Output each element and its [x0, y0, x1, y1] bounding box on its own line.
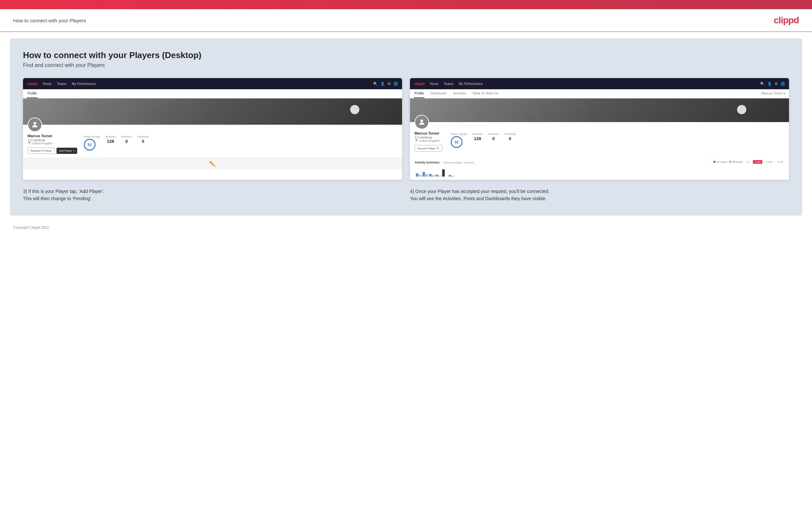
profile-section-2: Marcus Turner 1-5 Handicap 📍 United King… [410, 115, 789, 156]
search-icon-2[interactable]: 🔍 [760, 82, 765, 86]
profile-info-row-1: Marcus Turner 1-5 Handicap 📍 United King… [28, 134, 398, 154]
following-stat-2: Following 0 [505, 132, 516, 141]
settings-icon-1[interactable]: ⚙ [388, 82, 391, 86]
nav-home-1[interactable]: Home [43, 82, 52, 86]
time-btn-1yr[interactable]: 1 yr [745, 160, 751, 164]
tab-profile-1[interactable]: Profile [27, 89, 38, 98]
chart-bar [449, 175, 451, 177]
nav-icons-2: 🔍 👤 ⚙ 🌐 [760, 82, 785, 86]
nav-teams-2[interactable]: Teams [444, 82, 453, 86]
time-btn-1mth[interactable]: 1 mth [776, 160, 784, 164]
chart-bar-group-3 [429, 174, 435, 177]
player-name-1: Marcus Turner [28, 134, 77, 138]
tab-marcus-turner[interactable]: Marcus Turner ▾ [761, 89, 785, 98]
profile-left-1: Marcus Turner 1-5 Handicap 📍 United King… [28, 134, 77, 154]
screenshot-1: clippd Home Teams My Performance 🔍 👤 ⚙ 🌐… [23, 78, 402, 180]
tab-activities-2[interactable]: Activities [452, 89, 466, 98]
globe-icon-2[interactable]: 🌐 [780, 82, 785, 86]
app-subtabs-1: Profile [23, 89, 402, 99]
legend-off-course: Off course [729, 161, 743, 163]
tab-profile-2[interactable]: Profile [414, 89, 424, 98]
quality-circle-2: 92 [451, 136, 462, 148]
activity-subtitle: Monthly Activity · 6 Months [444, 161, 475, 164]
avatar-icon-1 [31, 121, 39, 129]
nav-teams-1[interactable]: Teams [57, 82, 66, 86]
activity-controls: On course Off course 1 yr 6 mths 3 mths … [713, 160, 784, 164]
profile-icon-1[interactable]: 👤 [380, 82, 385, 86]
activity-header: Activity Summary Monthly Activity · 6 Mo… [414, 159, 784, 165]
activities-stat-1: Activities 129 [105, 135, 116, 144]
player-name-2: Marcus Turner [414, 131, 444, 135]
chart-bar-dark [442, 169, 445, 177]
quality-circle-1: 92 [84, 139, 96, 151]
followers-stat-1: Followers 0 [121, 135, 132, 144]
svg-point-2 [34, 122, 36, 125]
nav-icons-1: 🔍 👤 ⚙ 🌐 [373, 82, 398, 86]
search-icon-1[interactable]: 🔍 [373, 82, 378, 86]
main-content: How to connect with your Players (Deskto… [10, 39, 802, 216]
following-stat-1: Following 0 [137, 135, 148, 144]
player-handicap-1: 1-5 Handicap [28, 138, 77, 142]
player-handicap-2: 1-5 Handicap [414, 136, 444, 139]
main-subtitle: Find and connect with your Players [23, 62, 789, 68]
action-buttons-2: Remove Player ✕ [414, 145, 444, 152]
location-pin-icon-2: 📍 [414, 139, 418, 143]
player-location-1: 📍 United Kingdom [28, 142, 77, 145]
chart-bar [419, 175, 421, 177]
profile-left-2: Marcus Turner 1-5 Handicap 📍 United King… [414, 131, 444, 152]
main-title: How to connect with your Players (Deskto… [23, 50, 789, 60]
chart-bar-group-6 [449, 175, 454, 177]
nav-home-2[interactable]: Home [429, 82, 439, 86]
header: How to connect with your Players clippd [0, 9, 812, 32]
svg-point-1 [83, 101, 115, 117]
stats-row-1: Player Quality 92 Activities 129 Followe… [84, 135, 148, 151]
top-bar [0, 0, 812, 9]
settings-icon-2[interactable]: ⚙ [774, 82, 778, 86]
screenshots-row: clippd Home Teams My Performance 🔍 👤 ⚙ 🌐… [23, 78, 789, 180]
nav-performance-2[interactable]: My Performance [459, 82, 483, 86]
time-btn-3mths[interactable]: 3 mths [764, 160, 774, 164]
activity-labels: Activity Summary Monthly Activity · 6 Mo… [414, 159, 475, 165]
avatar-container-1 [28, 117, 398, 132]
description-step4: 4) Once your Player has accepted your re… [410, 188, 789, 203]
on-course-dot [713, 161, 715, 163]
avatar-2 [414, 115, 429, 129]
globe-icon-1[interactable]: 🌐 [394, 82, 398, 86]
pencil-icon-1: ✏️ [209, 161, 216, 167]
time-btn-6mths[interactable]: 6 mths [753, 160, 762, 164]
profile-icon-2[interactable]: 👤 [767, 82, 772, 86]
request-follow-button-1[interactable]: Request to Follow [28, 148, 55, 154]
chart-bar [436, 175, 438, 177]
activity-title: Activity Summary [414, 161, 440, 164]
screenshot-2: clippd Home Teams My Performance 🔍 👤 ⚙ 🌐… [410, 78, 789, 180]
app-navbar-2: clippd Home Teams My Performance 🔍 👤 ⚙ 🌐 [410, 78, 789, 89]
app-logo-2: clippd [414, 82, 424, 86]
player-quality-stat-1: Player Quality 92 [84, 135, 100, 151]
chart-area [414, 167, 784, 177]
stats-row-2: Player Quality 92 Activities 129 Followe… [451, 132, 515, 148]
tab-dashboard-2[interactable]: Dashboard [429, 89, 447, 98]
player-quality-stat-2: Player Quality 92 [451, 132, 467, 148]
chart-bar-group-5 [442, 169, 448, 177]
chart-bar [439, 176, 441, 177]
chart-bar-group-2 [422, 172, 428, 177]
description-step3: 3) If this is your Player tap, 'Add Play… [23, 188, 402, 203]
app-logo-1: clippd [27, 82, 38, 86]
nav-performance-1[interactable]: My Performance [72, 82, 96, 86]
chart-bar [422, 172, 425, 177]
chart-bar-group-4 [436, 175, 441, 177]
app-navbar-1: clippd Home Teams My Performance 🔍 👤 ⚙ 🌐 [23, 78, 402, 89]
tab-what-to-work-on-2[interactable]: What To Work On [472, 89, 499, 98]
avatar-icon-2 [418, 118, 426, 126]
avatar-container-2 [414, 115, 784, 129]
add-player-button-1[interactable]: Add Player + [56, 148, 77, 154]
logo: clippd [774, 15, 799, 25]
svg-point-5 [420, 119, 423, 122]
screenshot-footer-1: ✏️ [23, 158, 402, 170]
avatar-1 [28, 117, 42, 132]
remove-player-button[interactable]: Remove Player ✕ [414, 145, 442, 152]
chart-bar-group-1 [416, 173, 421, 177]
copyright: Copyright Clippd 2022 [13, 225, 49, 229]
chart-bar [425, 174, 428, 177]
activities-stat-2: Activities 129 [472, 132, 483, 141]
